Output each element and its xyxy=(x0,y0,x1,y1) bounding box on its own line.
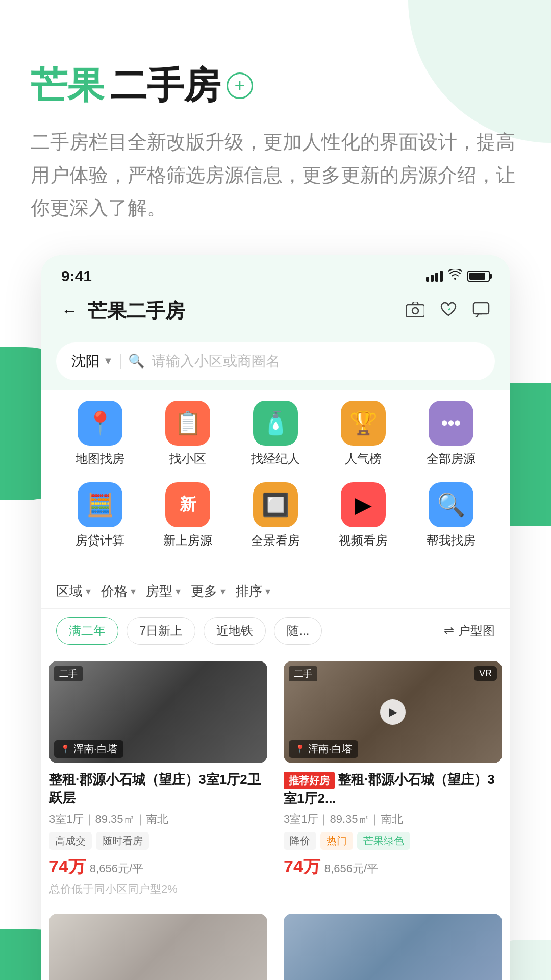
listing-card-3[interactable] xyxy=(41,905,276,980)
category-panorama[interactable]: 🔲 全景看房 xyxy=(245,482,306,549)
listing-image-2: ▶ VR 📍 浑南·白塔 二手 xyxy=(284,661,502,763)
wifi-icon xyxy=(448,268,462,284)
category-all[interactable]: ••• 全部房源 xyxy=(420,401,482,467)
tags-bar: 满二年 7日新上 近地铁 随... ⇌ 户型图 xyxy=(41,609,510,653)
vr-badge-2: VR xyxy=(474,666,497,681)
agent-icon: 🧴 xyxy=(253,401,298,446)
listing-title-1: 整租·郡源小石城（望庄）3室1厅2卫 跃层 xyxy=(49,770,267,807)
search-bar[interactable]: 沈阳 ▼ 🔍 请输入小区或商圈名 xyxy=(56,342,495,380)
category-video[interactable]: ▶ 视频看房 xyxy=(333,482,394,549)
heart-icon[interactable] xyxy=(440,300,457,322)
category-panorama-label: 全景看房 xyxy=(251,532,300,549)
phone-mockup: 9:41 xyxy=(41,255,510,980)
listing-price-2: 74万 8,656元/平 xyxy=(284,855,502,878)
calc-icon: 🧮 xyxy=(78,482,122,527)
tag-misc[interactable]: 随... xyxy=(274,617,322,645)
recommended-badge: 推荐好房 xyxy=(284,772,335,789)
price-per-2: 8,656元/平 xyxy=(324,861,378,876)
listing-price-1: 74万 8,656元/平 xyxy=(49,855,267,878)
category-help[interactable]: 🔍 帮我找房 xyxy=(420,482,482,549)
listing-tags-2: 降价 热门 芒果绿色 xyxy=(284,832,502,850)
listing-image-3 xyxy=(49,914,267,980)
listing-card-1[interactable]: 📍 浑南·白塔 二手 整租·郡源小石城（望庄）3室1厅2卫 跃层 3室1厅｜89… xyxy=(41,653,276,905)
battery-icon xyxy=(467,271,490,282)
second-hand-badge-2: 二手 xyxy=(289,666,317,681)
category-agent[interactable]: 🧴 找经纪人 xyxy=(245,401,306,467)
signal-icon xyxy=(426,271,443,282)
category-row-1: 📍 地图找房 📋 找小区 🧴 找经纪人 xyxy=(56,401,495,467)
city-name: 沈阳 xyxy=(71,352,100,371)
category-popular-label: 人气榜 xyxy=(345,451,382,467)
filter-type-arrow: ▾ xyxy=(176,585,181,597)
svg-rect-2 xyxy=(473,303,489,314)
filter-price[interactable]: 价格 ▾ xyxy=(101,582,136,600)
search-bar-container: 沈阳 ▼ 🔍 请输入小区或商圈名 xyxy=(41,334,510,390)
filter-more-arrow: ▾ xyxy=(220,585,226,597)
category-new-label: 新上房源 xyxy=(163,532,212,549)
listing-card-4[interactable] xyxy=(276,905,510,980)
tag-subway[interactable]: 近地铁 xyxy=(204,617,266,645)
page-description: 二手房栏目全新改版升级，更加人性化的界面设计，提高用户体验，严格筛选房源信息，更… xyxy=(31,126,520,225)
listing-card-2[interactable]: ▶ VR 📍 浑南·白塔 二手 推荐好房整租·郡源小石城（望庄）3室1厅2...… xyxy=(276,653,510,905)
category-new[interactable]: 新 新上房源 xyxy=(157,482,218,549)
search-divider xyxy=(120,354,121,369)
search-icon: 🔍 xyxy=(128,353,144,369)
all-icon: ••• xyxy=(429,401,473,446)
back-button[interactable]: ← xyxy=(61,302,78,321)
filter-area-arrow: ▾ xyxy=(86,585,91,597)
category-community[interactable]: 📋 找小区 xyxy=(157,401,218,467)
app-header-title: 芒果二手房 xyxy=(88,298,185,324)
listing-badge-2: 📍 浑南·白塔 xyxy=(289,740,358,758)
filter-sort-arrow: ▾ xyxy=(265,585,270,597)
page-header-title: 芒果 二手房 + xyxy=(31,61,520,110)
city-dropdown-icon: ▼ xyxy=(103,355,113,367)
category-all-label: 全部房源 xyxy=(427,451,475,467)
map-icon: 📍 xyxy=(78,401,122,446)
floor-plan-button[interactable]: ⇌ 户型图 xyxy=(444,623,495,639)
camera-icon[interactable] xyxy=(406,300,424,322)
listing-image-1: 📍 浑南·白塔 二手 xyxy=(49,661,267,763)
panorama-icon: 🔲 xyxy=(253,482,298,527)
listing-image-4 xyxy=(284,914,502,980)
category-map-label: 地图找房 xyxy=(76,451,124,467)
category-agent-label: 找经纪人 xyxy=(251,451,300,467)
filter-price-arrow: ▾ xyxy=(131,585,136,597)
tag-price-drop: 降价 xyxy=(284,832,316,850)
floor-plan-icon: ⇌ xyxy=(444,624,454,638)
listing-info-1: 3室1厅｜89.35㎡｜南北 xyxy=(49,812,267,827)
svg-point-1 xyxy=(412,308,418,314)
price-note-1: 总价低于同小区同户型2% xyxy=(49,881,267,897)
popular-icon: 🏆 xyxy=(341,401,386,446)
tag-high-deal: 高成交 xyxy=(49,832,92,850)
category-community-label: 找小区 xyxy=(169,451,206,467)
svg-rect-0 xyxy=(406,305,424,317)
listing-info-2: 3室1厅｜89.35㎡｜南北 xyxy=(284,812,502,827)
second-hand-badge-1: 二手 xyxy=(54,666,83,681)
filter-type[interactable]: 房型 ▾ xyxy=(146,582,181,600)
category-map[interactable]: 📍 地图找房 xyxy=(69,401,131,467)
filter-area[interactable]: 区域 ▾ xyxy=(56,582,91,600)
tag-mango-green: 芒果绿色 xyxy=(357,832,410,850)
category-calc[interactable]: 🧮 房贷计算 xyxy=(69,482,131,549)
price-main-1: 74万 xyxy=(49,855,86,878)
category-popular[interactable]: 🏆 人气榜 xyxy=(333,401,394,467)
plus-circle-icon[interactable]: + xyxy=(227,72,253,99)
price-main-2: 74万 xyxy=(284,855,320,878)
tag-anytime: 随时看房 xyxy=(96,832,149,850)
city-selector[interactable]: 沈阳 ▼ xyxy=(71,352,113,371)
listing-title-2: 推荐好房整租·郡源小石城（望庄）3室1厅2... xyxy=(284,770,502,808)
filter-more[interactable]: 更多 ▾ xyxy=(191,582,226,600)
filter-sort[interactable]: 排序 ▾ xyxy=(236,582,270,600)
status-bar: 9:41 xyxy=(41,255,510,290)
tag-two-years[interactable]: 满二年 xyxy=(56,617,118,645)
search-input[interactable]: 请输入小区或商圈名 xyxy=(152,352,280,371)
new-icon: 新 xyxy=(165,482,210,527)
tag-7days[interactable]: 7日新上 xyxy=(127,617,195,645)
listing-tags-1: 高成交 随时看房 xyxy=(49,832,267,850)
listing-grid: 📍 浑南·白塔 二手 整租·郡源小石城（望庄）3室1厅2卫 跃层 3室1厅｜89… xyxy=(41,653,510,980)
category-row-2: 🧮 房贷计算 新 新上房源 🔲 全景看房 xyxy=(56,482,495,549)
app-header: ← 芒果二手房 xyxy=(41,290,510,334)
play-button-2[interactable]: ▶ xyxy=(380,699,406,725)
message-icon[interactable] xyxy=(472,300,490,322)
category-grid: 📍 地图找房 📋 找小区 🧴 找经纪人 xyxy=(41,390,510,574)
